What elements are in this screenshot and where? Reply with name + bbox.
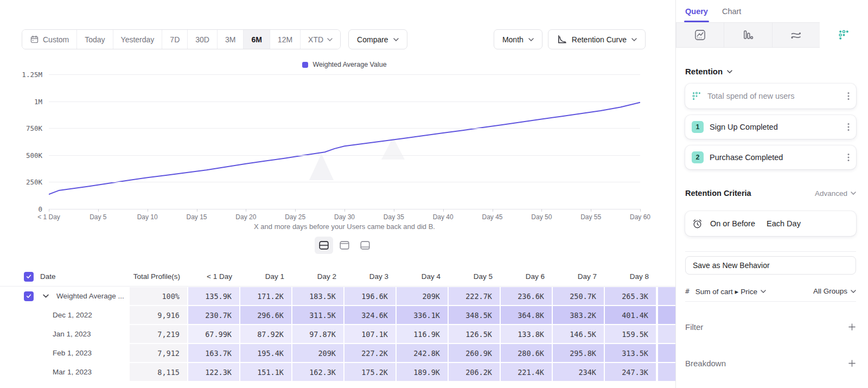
kebab-menu-icon[interactable] — [847, 92, 850, 100]
behavior-dots-icon — [692, 91, 701, 101]
table-row[interactable]: Jan 1, 20237,21967.99K87.92K97.87K107.1K… — [0, 325, 675, 344]
chevron-down-icon — [727, 70, 732, 73]
chart-caption: X and more days before your Users came b… — [49, 222, 640, 231]
table-only-view-icon — [359, 239, 371, 251]
report-type-retention[interactable] — [820, 22, 868, 48]
y-tick-label: 1M — [34, 97, 42, 105]
report-type-funnels[interactable] — [724, 22, 772, 48]
select-all-checkbox[interactable] — [24, 272, 34, 282]
x-tick-label: Day 40 — [433, 213, 454, 221]
x-tick-label: Day 45 — [482, 213, 502, 221]
chart-only-view-toggle[interactable] — [335, 237, 354, 254]
range-30d[interactable]: 30D — [188, 30, 218, 49]
compare-button[interactable]: Compare — [348, 29, 407, 49]
expand-chevron-icon[interactable] — [43, 294, 49, 298]
retention-value-cell: 206.2K — [449, 363, 500, 381]
panel-body: Retention Total spend of new users 1Sign… — [676, 67, 868, 368]
retention-value-cell: 401.4K — [605, 306, 656, 324]
retention-value-cell: 221.4K — [501, 363, 552, 381]
y-tick-label: 1.25M — [22, 71, 42, 79]
filter-row: Filter — [685, 322, 856, 332]
retention-section-header[interactable]: Retention — [685, 67, 856, 76]
x-tick-label: Day 5 — [90, 213, 106, 221]
x-tick-label: Day 15 — [186, 213, 207, 221]
table-only-view-toggle[interactable] — [356, 237, 374, 254]
retention-value-cell-clipped — [658, 306, 675, 324]
criteria-card[interactable]: On or Before Each Day — [685, 211, 856, 236]
range-yesterday[interactable]: Yesterday — [113, 30, 163, 49]
column-header: Day 8 — [604, 267, 656, 286]
table-row[interactable]: Weighted Average ...100%135.9K171.2K183.… — [0, 287, 675, 306]
retention-value-cell: 159.5K — [605, 325, 656, 343]
split-view-toggle[interactable] — [315, 237, 333, 254]
kebab-menu-icon[interactable] — [847, 153, 850, 162]
report-type-insights[interactable] — [676, 22, 724, 48]
retention-value-cell: 122.3K — [188, 363, 239, 381]
retention-curve-icon — [557, 34, 567, 44]
retention-value-cell: 348.5K — [449, 306, 500, 324]
chart-type-button[interactable]: Retention Curve — [548, 29, 646, 49]
groups-dropdown[interactable]: All Groups — [813, 287, 856, 295]
range-3m[interactable]: 3M — [218, 30, 244, 49]
retention-value-cell: 295.8K — [553, 344, 604, 362]
granularity-button[interactable]: Month — [494, 29, 542, 49]
range-12m[interactable]: 12M — [270, 30, 301, 49]
tab-chart[interactable]: Chart — [722, 7, 741, 22]
check-icon — [25, 273, 32, 279]
retention-value-cell: 242.8K — [397, 344, 448, 362]
behavior-card[interactable]: Total spend of new users — [685, 84, 856, 109]
table-row[interactable]: Feb 1, 20237,912163.7K195.4K209K227.2K24… — [0, 344, 675, 362]
retention-value-cell: 151.1K — [240, 363, 291, 381]
add-filter-icon[interactable] — [848, 323, 856, 331]
retention-value-cell: 97.87K — [292, 325, 343, 343]
kebab-menu-icon[interactable] — [847, 123, 850, 131]
retention-value-cell: 209K — [292, 344, 343, 362]
retention-value-cell: 296.6K — [240, 306, 291, 324]
range-xtd[interactable]: XTD — [301, 30, 340, 49]
report-type-flows[interactable] — [772, 22, 820, 48]
range-today[interactable]: Today — [77, 30, 113, 49]
legend-label: Weighted Average Value — [312, 61, 386, 68]
x-tick-mark — [98, 209, 99, 212]
table-row[interactable]: Dec 1, 20229,916230.7K296.6K311.5K324.6K… — [0, 306, 675, 325]
step-event-label: Purchase Completed — [710, 153, 783, 162]
row-checkbox[interactable] — [24, 291, 34, 301]
retention-value-cell: 135.9K — [188, 287, 239, 305]
x-tick-label: Day 60 — [630, 213, 650, 221]
section-title: Retention — [685, 67, 723, 76]
column-header: Total Profile(s) — [129, 267, 188, 286]
criteria-mode-dropdown[interactable]: Advanced — [815, 189, 856, 198]
range-7d[interactable]: 7D — [162, 30, 188, 49]
column-header: < 1 Day — [188, 267, 240, 286]
step-number-badge: 1 — [692, 121, 704, 133]
criteria-condition[interactable]: On or Before — [710, 219, 755, 228]
measure-property-dropdown[interactable]: Sum of cart ▸ Price — [695, 287, 766, 296]
date-cell: Feb 1, 2023 — [0, 344, 129, 362]
tab-query[interactable]: Query — [685, 7, 708, 22]
granularity-label: Month — [502, 35, 524, 44]
y-tick-label: 0 — [38, 205, 42, 213]
x-tick-mark — [49, 209, 49, 212]
criteria-window[interactable]: Each Day — [767, 219, 801, 228]
behavior-step-card[interactable]: 1Sign Up Completed — [685, 115, 856, 139]
gridline — [49, 155, 640, 156]
add-breakdown-icon[interactable] — [848, 359, 856, 367]
retention-value-cell: 126.5K — [449, 325, 500, 343]
x-tick-mark — [295, 209, 296, 212]
retention-value-cell-clipped — [658, 344, 675, 362]
chevron-down-icon — [851, 290, 856, 293]
table-row[interactable]: Mar 1, 20238,115122.3K151.1K162.3K175.2K… — [0, 362, 675, 381]
retention-value-cell: 107.1K — [344, 325, 395, 343]
save-as-new-behavior-button[interactable]: Save as New Behavior — [685, 256, 856, 275]
column-header: Day 6 — [500, 267, 552, 286]
behavior-step-card[interactable]: 2Purchase Completed — [685, 145, 856, 169]
clock-icon — [692, 218, 703, 230]
x-tick-label: Day 35 — [384, 213, 404, 221]
range-6m[interactable]: 6M — [244, 30, 270, 49]
retention-value-cell: 336.1K — [397, 306, 448, 324]
date-range-control: CustomTodayYesterday7D30D3M6M12MXTD — [22, 29, 341, 49]
total-profiles-cell: 100% — [130, 287, 187, 305]
range-custom[interactable]: Custom — [22, 30, 77, 49]
retention-value-cell: 230.7K — [188, 306, 239, 324]
retention-value-cell: 133.8K — [501, 325, 552, 343]
